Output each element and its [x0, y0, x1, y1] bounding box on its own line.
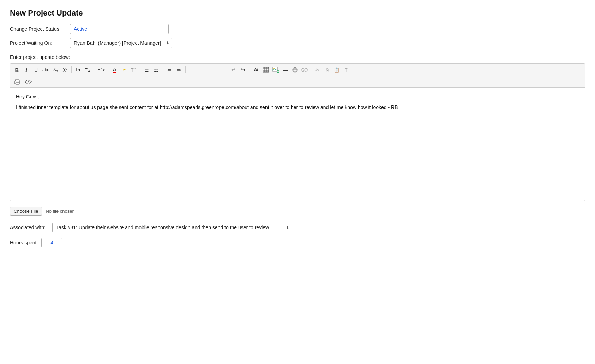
font-color-button[interactable]: A: [110, 65, 119, 74]
waiting-on-row: Project Waiting On: Ryan Bahl (Manager) …: [10, 38, 585, 48]
align-group: ≡ ≡ ≡ ≡: [187, 65, 225, 74]
sep-1: [71, 66, 72, 73]
heading-button[interactable]: H1▾: [96, 65, 106, 74]
strikethrough-button[interactable]: abc: [41, 65, 50, 74]
insert-image-button[interactable]: [271, 65, 281, 74]
update-label: Enter project update below:: [10, 54, 585, 60]
svg-point-20: [19, 81, 19, 82]
justify-button[interactable]: ≡: [216, 65, 225, 74]
formatting-group: B I U abc X2 X2: [12, 65, 70, 74]
associated-label: Associated with:: [10, 225, 52, 230]
file-upload-row: Choose File No file chosen: [10, 207, 585, 216]
status-input[interactable]: [70, 24, 169, 34]
insert-group: A/: [252, 65, 309, 74]
sep-8: [250, 66, 250, 73]
highlight-button[interactable]: ≈: [120, 65, 129, 74]
increase-text-button[interactable]: T▲: [83, 65, 92, 74]
sep-7: [227, 66, 227, 73]
align-center-button[interactable]: ≡: [197, 65, 206, 74]
outdent-button[interactable]: ⇐: [165, 65, 174, 74]
status-label: Change Project Status:: [10, 26, 70, 32]
waiting-on-label: Project Waiting On:: [10, 40, 70, 46]
page-title: New Project Update: [10, 8, 585, 18]
list-group: ☰ ☷: [142, 65, 161, 74]
editor-toolbar-2: [10, 76, 585, 88]
hours-row: Hours spent:: [10, 238, 585, 247]
unordered-list-button[interactable]: ☰: [142, 65, 151, 74]
subscript-button[interactable]: X2: [51, 65, 60, 74]
align-left-button[interactable]: ≡: [187, 65, 197, 74]
align-right-button[interactable]: ≡: [206, 65, 216, 74]
copy-button[interactable]: ⎘: [323, 65, 332, 74]
status-row: Change Project Status:: [10, 24, 585, 34]
editor-toolbar: B I U abc X2 X2 T▼ T▲ H1▾ A ≈ T✕ ☰ ☷ ⇐ ⇒: [10, 64, 585, 76]
waiting-on-select-wrapper: Ryan Bahl (Manager) [Project Manager] ⬇: [70, 38, 172, 48]
color-group: A ≈ T✕: [110, 65, 138, 74]
italic-button[interactable]: I: [22, 65, 31, 74]
text-size-group: T▼ T▲: [73, 65, 92, 74]
choose-file-button[interactable]: Choose File: [10, 207, 42, 216]
associated-select-wrapper: Task #31: Update their website and mobil…: [52, 223, 292, 232]
unlink-button[interactable]: [300, 65, 309, 74]
redo-button[interactable]: ↪: [239, 65, 248, 74]
svg-rect-19: [16, 79, 19, 81]
remove-format-button[interactable]: T✕: [129, 65, 138, 74]
cut-button[interactable]: ✂: [313, 65, 322, 74]
source-button[interactable]: [23, 77, 33, 86]
indent-button[interactable]: ⇒: [174, 65, 184, 74]
associated-row: Associated with: Task #31: Update their …: [10, 223, 585, 232]
svg-line-21: [28, 80, 29, 84]
editor-line-1: Hey Guys,: [16, 93, 579, 101]
sep-6: [185, 66, 186, 73]
indent-group: ⇐ ⇒: [165, 65, 184, 74]
sep-4: [140, 66, 140, 73]
link-button[interactable]: [290, 65, 300, 74]
sep-9: [311, 66, 311, 73]
print-button[interactable]: [12, 77, 22, 86]
editor-content-area[interactable]: Hey Guys, I finished inner template for …: [10, 88, 585, 201]
decrease-text-button[interactable]: T▼: [73, 65, 83, 74]
editor-container: B I U abc X2 X2 T▼ T▲ H1▾ A ≈ T✕ ☰ ☷ ⇐ ⇒: [10, 63, 585, 201]
bold-button[interactable]: B: [12, 65, 22, 74]
special-chars-button[interactable]: A/: [252, 65, 261, 74]
associated-select[interactable]: Task #31: Update their website and mobil…: [52, 223, 292, 232]
superscript-button[interactable]: X2: [60, 65, 70, 74]
paste-text-button[interactable]: T: [342, 65, 351, 74]
paste-button[interactable]: 📋: [332, 65, 341, 74]
sep-5: [163, 66, 163, 73]
hr-button[interactable]: —: [281, 65, 290, 74]
sep-2: [94, 66, 94, 73]
undo-button[interactable]: ↩: [229, 65, 238, 74]
clipboard-group: ✂ ⎘ 📋 T: [313, 65, 351, 74]
table-button[interactable]: [261, 65, 270, 74]
sep-3: [108, 66, 108, 73]
waiting-on-select[interactable]: Ryan Bahl (Manager) [Project Manager]: [70, 38, 172, 48]
editor-line-2: I finished inner template for about us p…: [16, 103, 579, 111]
svg-rect-18: [16, 83, 19, 84]
hours-label: Hours spent:: [10, 240, 38, 245]
history-group: ↩ ↪: [229, 65, 248, 74]
underline-button[interactable]: U: [31, 65, 41, 74]
hours-input[interactable]: [41, 238, 62, 247]
ordered-list-button[interactable]: ☷: [152, 65, 161, 74]
no-file-label: No file chosen: [46, 208, 74, 214]
